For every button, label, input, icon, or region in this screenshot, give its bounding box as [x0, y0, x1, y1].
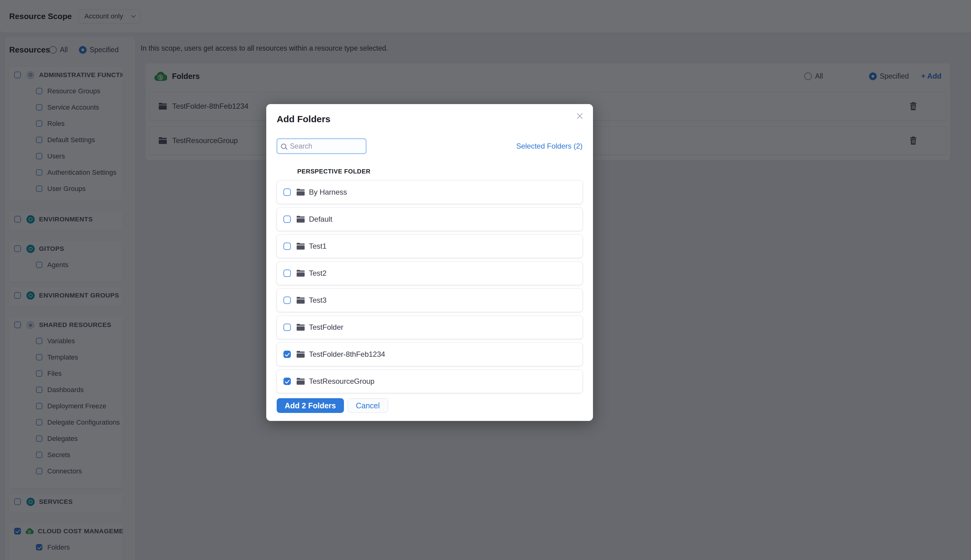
cancel-button[interactable]: Cancel	[348, 398, 388, 413]
search-icon	[281, 144, 286, 149]
perspective-folder-row[interactable]: Default	[277, 208, 582, 231]
modal-title: Add Folders	[277, 104, 582, 124]
perspective-folder-label: Test3	[309, 296, 327, 305]
perspective-folder-row[interactable]: TestFolder-8thFeb1234	[277, 343, 582, 366]
perspective-folder-column-header: PERSPECTIVE FOLDER	[277, 168, 582, 175]
modal-search-row: Selected Folders (2)	[277, 138, 582, 154]
checkbox[interactable]	[284, 188, 291, 196]
perspective-folder-label: By Harness	[309, 188, 347, 197]
perspective-folder-row[interactable]: Test1	[277, 235, 582, 258]
perspective-folder-label: Default	[309, 215, 332, 223]
perspective-folder-label: TestFolder	[309, 323, 343, 332]
checkbox[interactable]	[284, 243, 291, 250]
perspective-folder-row[interactable]: Test2	[277, 262, 582, 285]
add-folders-button[interactable]: Add 2 Folders	[277, 398, 344, 413]
perspective-folder-label: TestFolder-8thFeb1234	[309, 350, 385, 358]
folder-icon	[297, 189, 305, 195]
checkbox[interactable]	[284, 378, 291, 385]
close-icon[interactable]	[576, 112, 584, 120]
checkbox[interactable]	[284, 297, 291, 304]
checkbox[interactable]	[284, 215, 291, 223]
search-box	[277, 138, 366, 154]
perspective-folder-row[interactable]: Test3	[277, 288, 582, 312]
perspective-folder-list: By HarnessDefaultTest1Test2Test3TestFold…	[277, 180, 582, 393]
perspective-folder-label: Test1	[309, 242, 327, 250]
folder-icon	[297, 270, 305, 277]
folder-icon	[297, 324, 305, 331]
selected-folders-link[interactable]: Selected Folders (2)	[516, 142, 582, 150]
perspective-folder-row[interactable]: TestFolder	[277, 316, 582, 339]
add-folders-modal: Add Folders Selected Folders (2) PERSPEC…	[266, 104, 593, 421]
perspective-folder-row[interactable]: By Harness	[277, 180, 582, 204]
checkbox[interactable]	[284, 323, 291, 331]
modal-buttons: Add 2 Folders Cancel	[277, 398, 582, 413]
folder-icon	[297, 216, 305, 223]
checkbox[interactable]	[284, 351, 291, 358]
folder-icon	[297, 297, 305, 303]
perspective-folder-label: TestResourceGroup	[309, 377, 374, 386]
folder-icon	[297, 243, 305, 250]
checkbox[interactable]	[284, 270, 291, 277]
perspective-folder-row[interactable]: TestResourceGroup	[277, 370, 582, 393]
search-input[interactable]	[289, 142, 362, 151]
folder-icon	[297, 378, 305, 385]
perspective-folder-label: Test2	[309, 269, 327, 278]
folder-icon	[297, 351, 305, 358]
